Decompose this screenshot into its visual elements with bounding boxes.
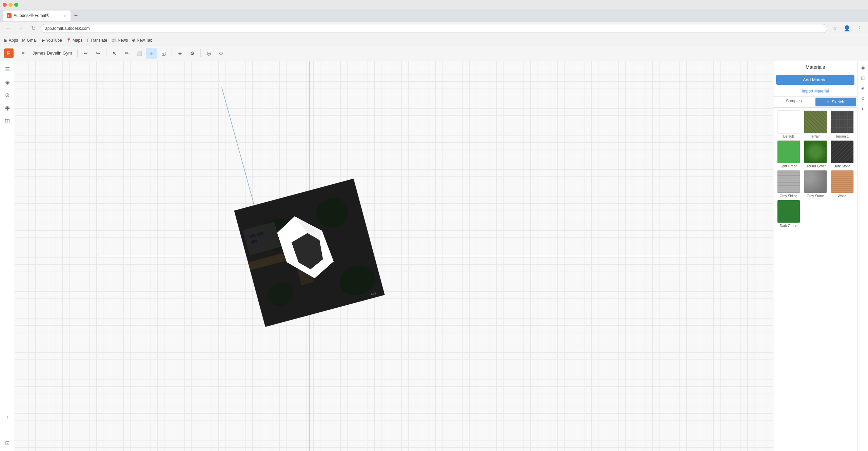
measure-btn[interactable]: ⟐ xyxy=(146,48,157,59)
new-tab-button[interactable]: + xyxy=(72,12,80,20)
material-label-terrain1: Terrain 1 xyxy=(835,135,849,138)
material-thumb-dark-stone xyxy=(831,140,854,163)
newtab-icon: ⊕ xyxy=(132,38,135,43)
material-default[interactable]: Default xyxy=(776,110,801,138)
active-tab[interactable]: F Autodesk® Formit® × xyxy=(3,11,71,21)
materials-panel: Materials Add Material Import Material S… xyxy=(773,61,857,451)
material-wood[interactable]: Wood xyxy=(830,170,854,198)
profile-btn[interactable]: 👤 xyxy=(842,24,852,33)
material-grid: Default Terrain Terrain 1 Light Green xyxy=(773,108,857,230)
refresh-btn[interactable]: ↻ xyxy=(28,24,38,33)
material-grey-siding[interactable]: Grey Siding xyxy=(776,170,801,198)
materials-panel-title: Materials xyxy=(773,61,857,72)
material-dark-green[interactable]: Dark Green xyxy=(776,200,801,228)
bookmark-star[interactable]: ☆ xyxy=(830,24,840,33)
apps-icon: ⊞ xyxy=(4,38,7,43)
tab-samples[interactable]: Samples xyxy=(773,97,814,107)
viewport[interactable]: bing xyxy=(15,61,773,451)
maximize-window-btn[interactable] xyxy=(14,3,18,7)
material-grey-stone[interactable]: Grey Stone xyxy=(803,170,828,198)
material-label-grey-siding: Grey Siding xyxy=(780,194,797,198)
sidebar-camera-btn[interactable]: ⊙ xyxy=(2,89,13,100)
material-thumb-terrain1 xyxy=(831,110,854,134)
right-btn-2[interactable]: ◫ xyxy=(859,74,867,82)
settings-btn[interactable]: ⚙ xyxy=(187,48,198,59)
zoom-out-btn[interactable]: − xyxy=(2,425,13,435)
address-bar[interactable]: app.formit.autodesk.com xyxy=(41,24,827,33)
select-btn[interactable]: ↖ xyxy=(109,48,120,59)
close-window-btn[interactable] xyxy=(3,3,7,7)
redo-btn[interactable]: ↪ xyxy=(93,48,103,59)
forward-btn[interactable]: → xyxy=(16,24,26,33)
tab-in-sketch[interactable]: In Sketch xyxy=(815,98,856,106)
bookmark-apps[interactable]: ⊞ Apps xyxy=(4,38,18,43)
material-ground-cover[interactable]: Ground Cover xyxy=(803,140,828,168)
rectangle-btn[interactable]: ⬜ xyxy=(134,48,144,59)
bookmark-translate[interactable]: T Translate xyxy=(86,38,107,43)
array-btn[interactable]: ⊕ xyxy=(175,48,185,59)
bookmark-gmail[interactable]: M Gmail xyxy=(22,38,37,43)
import-material-link[interactable]: Import Material xyxy=(773,87,857,97)
zoom-in-btn[interactable]: + xyxy=(2,412,13,423)
material-light-green[interactable]: Light Green xyxy=(776,140,801,168)
location-btn[interactable]: ◎ xyxy=(203,48,214,59)
solar-btn[interactable]: ⊙ xyxy=(216,48,226,59)
back-btn[interactable]: ← xyxy=(4,24,14,33)
material-label-dark-stone: Dark Stone xyxy=(833,164,850,168)
separator-4 xyxy=(200,49,201,57)
material-thumb-light-green xyxy=(777,140,800,163)
bookmark-newtab[interactable]: ⊕ New Tab xyxy=(132,38,152,43)
tab-bar: F Autodesk® Formit® × + xyxy=(0,9,868,22)
maps-icon: 📍 xyxy=(66,38,71,43)
material-label-wood: Wood xyxy=(838,194,847,198)
app-container: F ≡ James Develin Gym ↩ ↪ ↖ ✏ ⬜ ⟐ ◱ ⊕ ⚙ … xyxy=(0,45,868,451)
material-thumb-default xyxy=(777,110,800,134)
material-thumb-grey-stone xyxy=(804,170,827,193)
material-dark-stone[interactable]: Dark Stone xyxy=(830,140,854,168)
pushpull-btn[interactable]: ◱ xyxy=(158,48,169,59)
material-thumb-ground-cover xyxy=(804,140,827,163)
bookmark-news[interactable]: 📰 News xyxy=(111,38,128,43)
project-name: James Develin Gym xyxy=(33,50,72,56)
nav-bar: ← → ↻ app.formit.autodesk.com ☆ 👤 ⋮ xyxy=(0,22,868,35)
sidebar-materials-btn[interactable]: ◫ xyxy=(2,115,13,126)
right-btn-4[interactable]: ⊙ xyxy=(859,94,867,102)
traffic-lights xyxy=(3,3,18,7)
right-btn-1[interactable]: ◉ xyxy=(859,64,867,72)
material-thumb-wood xyxy=(831,170,854,193)
viewport-scene: bing xyxy=(15,61,773,451)
material-terrain[interactable]: Terrain xyxy=(803,110,828,138)
zoom-fit-btn[interactable]: ⊡ xyxy=(2,437,13,448)
youtube-icon: ▶ xyxy=(42,38,45,43)
minimize-window-btn[interactable] xyxy=(8,3,13,7)
translate-icon: T xyxy=(86,38,89,43)
separator-2 xyxy=(106,49,106,57)
add-material-btn[interactable]: Add Material xyxy=(776,75,854,85)
material-label-terrain: Terrain xyxy=(810,135,821,138)
material-terrain1[interactable]: Terrain 1 xyxy=(830,110,854,138)
material-thumb-dark-green xyxy=(777,200,800,223)
hamburger-menu-btn[interactable]: ≡ xyxy=(18,48,28,59)
tab-close-btn[interactable]: × xyxy=(64,13,66,18)
material-tabs: Samples In Sketch xyxy=(773,97,857,108)
left-sidebar: ☰ ◈ ⊙ ◉ ◫ + − ⊡ xyxy=(0,61,15,451)
sidebar-objects-btn[interactable]: ◈ xyxy=(2,77,13,87)
separator-3 xyxy=(172,49,172,57)
tab-favicon: F xyxy=(7,13,12,18)
material-label-light-green: Light Green xyxy=(780,164,797,168)
news-icon: 📰 xyxy=(111,38,116,43)
undo-btn[interactable]: ↩ xyxy=(80,48,91,59)
sidebar-layers-btn[interactable]: ☰ xyxy=(2,64,13,75)
sketch-btn[interactable]: ✏ xyxy=(121,48,132,59)
gmail-icon: M xyxy=(22,38,25,43)
right-btn-5[interactable]: ℹ xyxy=(859,104,867,112)
more-options-btn[interactable]: ⋮ xyxy=(854,24,864,33)
material-label-default: Default xyxy=(783,135,794,138)
main-content: ☰ ◈ ⊙ ◉ ◫ + − ⊡ xyxy=(0,61,868,451)
material-label-grey-stone: Grey Stone xyxy=(807,194,824,198)
bookmark-maps[interactable]: 📍 Maps xyxy=(66,38,82,43)
right-btn-3[interactable]: ◈ xyxy=(859,84,867,92)
sidebar-groups-btn[interactable]: ◉ xyxy=(2,102,13,113)
app-toolbar: F ≡ James Develin Gym ↩ ↪ ↖ ✏ ⬜ ⟐ ◱ ⊕ ⚙ … xyxy=(0,45,868,61)
bookmark-youtube[interactable]: ▶ YouTube xyxy=(42,38,62,43)
